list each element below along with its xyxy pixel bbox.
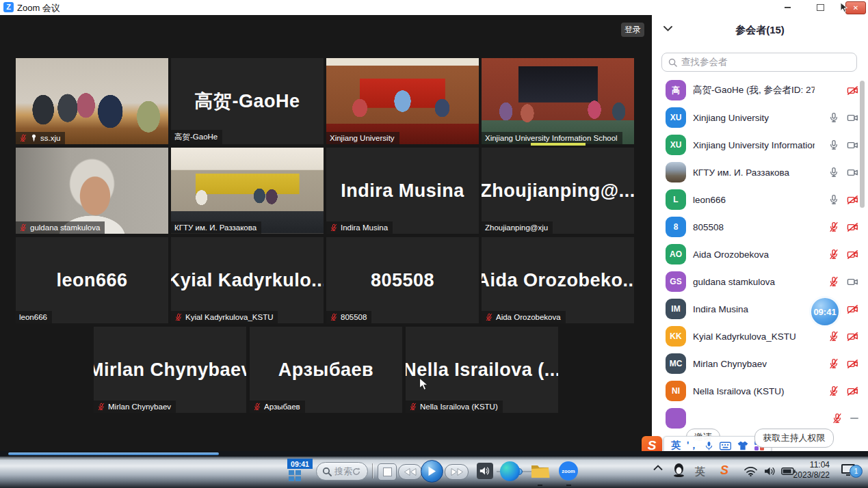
notification-badge[interactable]: 1	[850, 465, 863, 478]
video-tile[interactable]: 高贺-GaoHe高贺-GaoHe	[171, 58, 324, 144]
tile-name-label: 805508	[326, 311, 371, 323]
participant-name: Aida Orozobekova	[693, 249, 815, 260]
tile-name-text: Mirlan Chynybaev	[108, 403, 171, 411]
play-icon	[428, 466, 436, 476]
rewind-icon	[404, 468, 417, 476]
participant-row[interactable]: КГТУ им. И. Раззакова	[652, 159, 868, 186]
camera-on-icon	[847, 112, 858, 124]
tray-ime-indicator[interactable]: 英	[695, 465, 705, 478]
tile-name-text: guldana stamkulova	[30, 223, 100, 232]
playback-progress-bar[interactable]	[8, 452, 219, 455]
taskbar: 09:41 搜索	[0, 457, 868, 488]
participant-row[interactable]: XUXinjiang University	[652, 104, 868, 131]
camera-on-icon	[847, 167, 858, 178]
tray-time: 11:04	[793, 460, 830, 470]
mic-off-icon	[828, 249, 839, 260]
tile-name-label: Indira Musina	[326, 221, 393, 234]
video-tile[interactable]: Aida Orozobeko... Aida Orozobekova	[482, 237, 634, 323]
muted-mic-icon	[97, 403, 105, 411]
tray-sogou-icon[interactable]: S	[720, 463, 728, 478]
video-tile[interactable]: Арзыбаев Арзыбаев	[250, 327, 402, 413]
video-tile[interactable]: Mirlan Chynybaev Mirlan Chynybaev	[94, 327, 246, 413]
file-explorer-icon[interactable]	[530, 462, 551, 480]
participant-row[interactable]: 高高贺-GaoHe (我, 参会者ID: 276891)	[652, 77, 868, 104]
scrollbar[interactable]	[860, 81, 865, 208]
mic-off-icon	[828, 221, 839, 232]
zoom-app-icon[interactable]: zoom	[559, 461, 578, 480]
avatar: NI	[666, 381, 686, 401]
active-speaker-border-remnant	[531, 143, 586, 146]
video-tile[interactable]: Xinjiang University	[326, 58, 479, 144]
stop-button[interactable]	[378, 463, 397, 480]
maximize-button[interactable]	[811, 0, 829, 14]
search-icon	[668, 58, 677, 67]
wifi-icon[interactable]	[744, 467, 757, 476]
avatar: IM	[666, 299, 686, 319]
video-tile[interactable]: КГТУ им. И. Раззакова	[171, 148, 324, 234]
video-tile[interactable]: guldana stamkulova	[16, 148, 168, 234]
video-tile[interactable]: Zhoujianping@...Zhoujianping@xju	[482, 148, 634, 234]
video-tile[interactable]: 805508 805508	[326, 237, 479, 323]
video-tile[interactable]: ss.xju	[16, 58, 168, 144]
participant-row[interactable]: GSguldana stamkulova	[652, 268, 868, 295]
video-tile[interactable]: Nella Israilova (... Nella Israilova (KS…	[406, 327, 558, 413]
login-button[interactable]: 登录	[621, 23, 644, 37]
rewind-button[interactable]	[398, 464, 422, 480]
participant-row[interactable]: NINella Israilova (KSTU)	[652, 377, 868, 405]
player-volume-button[interactable]	[477, 463, 493, 479]
play-button[interactable]	[421, 460, 443, 483]
tile-name-text: Xinjiang University Information School	[485, 134, 618, 142]
camera-off-icon	[847, 194, 858, 206]
participant-row[interactable]: AOAida Orozobekova	[652, 241, 868, 268]
ime-mode-toggle[interactable]: 英	[671, 439, 681, 452]
avatar: MC	[666, 353, 686, 374]
video-tile[interactable]: Kyial Kadyrkulo... Kyial Kadyrkulova_KST…	[171, 237, 324, 323]
recorder-timer-widget[interactable]: 09:41	[809, 296, 841, 327]
mic-off-icon	[828, 276, 839, 287]
participant-row[interactable]	[652, 405, 868, 432]
tile-name-text: ss.xju	[40, 134, 60, 142]
tile-name-label: Арзыбаев	[250, 401, 305, 413]
speaker-icon	[479, 466, 490, 476]
qq-icon[interactable]	[673, 463, 685, 477]
chevron-up-icon[interactable]	[653, 465, 663, 471]
fast-forward-button[interactable]	[445, 464, 469, 480]
minimize-button[interactable]	[778, 0, 796, 14]
edge-browser-icon[interactable]	[500, 461, 520, 481]
participant-row[interactable]: XUXinjiang University Information ...	[652, 131, 868, 159]
tile-name-label: Mirlan Chynybaev	[94, 401, 176, 413]
close-button[interactable]: ✕	[845, 1, 866, 14]
participant-name: 805508	[693, 222, 815, 232]
ime-skin-icon[interactable]	[737, 441, 748, 450]
window-titlebar: Z Zoom 会议 ✕	[0, 0, 868, 16]
avatar	[666, 408, 686, 429]
ime-keyboard-icon[interactable]	[720, 442, 731, 450]
participant-row[interactable]: 8805508	[652, 213, 868, 241]
search-icon	[322, 467, 332, 476]
muted-mic-icon	[19, 223, 27, 232]
participant-name: guldana stamkulova	[693, 277, 815, 287]
recorder-taskbar-button[interactable]: 09:41	[287, 459, 313, 483]
ime-punctuation-toggle[interactable]: '，	[687, 439, 698, 452]
video-tile[interactable]: leon666leon666	[16, 237, 168, 323]
claim-host-button[interactable]: 获取主持人权限	[754, 429, 834, 448]
taskbar-search[interactable]: 搜索	[316, 462, 368, 480]
search-participant-input[interactable]: 查找参会者	[661, 53, 857, 72]
tile-name-text: Aida Orozobekova	[496, 313, 561, 321]
taskbar-separator	[373, 463, 373, 478]
tray-clock[interactable]: 11:04 2023/8/22	[793, 460, 830, 480]
tray-volume-icon[interactable]	[764, 466, 776, 476]
avatar: L	[666, 189, 686, 210]
tile-name-text: Kyial Kadyrkulova_KSTU	[185, 313, 273, 321]
participant-row[interactable]: KKKyial Kadyrkulova_KSTU	[652, 323, 868, 350]
participant-row[interactable]: MCMirlan Chynybaev	[652, 350, 868, 377]
video-tile[interactable]: Indira Musina Indira Musina	[326, 148, 479, 234]
muted-mic-icon	[485, 313, 493, 321]
participant-row[interactable]: Lleon666	[652, 186, 868, 213]
avatar: 8	[666, 217, 686, 237]
participant-name: КГТУ им. И. Раззакова	[693, 167, 815, 178]
video-tile[interactable]: Xinjiang University Information School	[482, 58, 634, 144]
tile-name-label: Kyial Kadyrkulova_KSTU	[171, 311, 278, 323]
mic-on-icon	[828, 194, 839, 205]
ime-voice-icon[interactable]	[705, 441, 713, 451]
